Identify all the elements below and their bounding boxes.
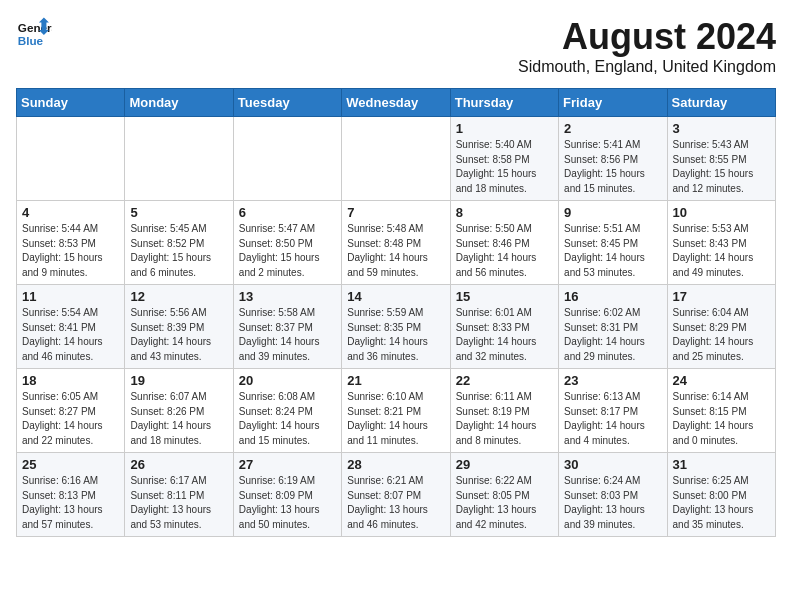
svg-text:General: General <box>18 21 52 34</box>
day-info: Sunrise: 6:14 AMSunset: 8:15 PMDaylight:… <box>673 390 770 448</box>
day-number: 13 <box>239 289 336 304</box>
day-number: 26 <box>130 457 227 472</box>
calendar-cell: 11Sunrise: 5:54 AMSunset: 8:41 PMDayligh… <box>17 285 125 369</box>
logo-icon: General Blue <box>16 16 52 52</box>
day-number: 28 <box>347 457 444 472</box>
week-row-3: 11Sunrise: 5:54 AMSunset: 8:41 PMDayligh… <box>17 285 776 369</box>
week-row-1: 1Sunrise: 5:40 AMSunset: 8:58 PMDaylight… <box>17 117 776 201</box>
day-info: Sunrise: 6:16 AMSunset: 8:13 PMDaylight:… <box>22 474 119 532</box>
calendar-subtitle: Sidmouth, England, United Kingdom <box>518 58 776 76</box>
day-number: 21 <box>347 373 444 388</box>
day-info: Sunrise: 5:47 AMSunset: 8:50 PMDaylight:… <box>239 222 336 280</box>
calendar-cell <box>342 117 450 201</box>
week-row-4: 18Sunrise: 6:05 AMSunset: 8:27 PMDayligh… <box>17 369 776 453</box>
calendar-header-row: SundayMondayTuesdayWednesdayThursdayFrid… <box>17 89 776 117</box>
day-info: Sunrise: 5:56 AMSunset: 8:39 PMDaylight:… <box>130 306 227 364</box>
day-number: 19 <box>130 373 227 388</box>
day-info: Sunrise: 6:21 AMSunset: 8:07 PMDaylight:… <box>347 474 444 532</box>
calendar-cell: 9Sunrise: 5:51 AMSunset: 8:45 PMDaylight… <box>559 201 667 285</box>
day-info: Sunrise: 6:07 AMSunset: 8:26 PMDaylight:… <box>130 390 227 448</box>
calendar-cell: 27Sunrise: 6:19 AMSunset: 8:09 PMDayligh… <box>233 453 341 537</box>
calendar-cell: 20Sunrise: 6:08 AMSunset: 8:24 PMDayligh… <box>233 369 341 453</box>
day-info: Sunrise: 5:50 AMSunset: 8:46 PMDaylight:… <box>456 222 553 280</box>
calendar-cell: 7Sunrise: 5:48 AMSunset: 8:48 PMDaylight… <box>342 201 450 285</box>
day-number: 23 <box>564 373 661 388</box>
calendar-cell: 6Sunrise: 5:47 AMSunset: 8:50 PMDaylight… <box>233 201 341 285</box>
calendar-cell: 28Sunrise: 6:21 AMSunset: 8:07 PMDayligh… <box>342 453 450 537</box>
day-number: 29 <box>456 457 553 472</box>
header-tuesday: Tuesday <box>233 89 341 117</box>
calendar-cell: 25Sunrise: 6:16 AMSunset: 8:13 PMDayligh… <box>17 453 125 537</box>
calendar-cell <box>17 117 125 201</box>
header-friday: Friday <box>559 89 667 117</box>
day-number: 15 <box>456 289 553 304</box>
day-info: Sunrise: 5:54 AMSunset: 8:41 PMDaylight:… <box>22 306 119 364</box>
calendar-table: SundayMondayTuesdayWednesdayThursdayFrid… <box>16 88 776 537</box>
day-number: 4 <box>22 205 119 220</box>
day-number: 14 <box>347 289 444 304</box>
day-number: 20 <box>239 373 336 388</box>
day-info: Sunrise: 6:02 AMSunset: 8:31 PMDaylight:… <box>564 306 661 364</box>
calendar-cell: 13Sunrise: 5:58 AMSunset: 8:37 PMDayligh… <box>233 285 341 369</box>
calendar-cell: 26Sunrise: 6:17 AMSunset: 8:11 PMDayligh… <box>125 453 233 537</box>
day-number: 18 <box>22 373 119 388</box>
day-info: Sunrise: 5:41 AMSunset: 8:56 PMDaylight:… <box>564 138 661 196</box>
svg-text:Blue: Blue <box>18 34 44 47</box>
day-info: Sunrise: 5:51 AMSunset: 8:45 PMDaylight:… <box>564 222 661 280</box>
calendar-cell <box>125 117 233 201</box>
header-saturday: Saturday <box>667 89 775 117</box>
day-number: 6 <box>239 205 336 220</box>
calendar-cell: 19Sunrise: 6:07 AMSunset: 8:26 PMDayligh… <box>125 369 233 453</box>
day-info: Sunrise: 6:11 AMSunset: 8:19 PMDaylight:… <box>456 390 553 448</box>
calendar-cell: 31Sunrise: 6:25 AMSunset: 8:00 PMDayligh… <box>667 453 775 537</box>
day-number: 31 <box>673 457 770 472</box>
day-info: Sunrise: 6:19 AMSunset: 8:09 PMDaylight:… <box>239 474 336 532</box>
calendar-cell: 21Sunrise: 6:10 AMSunset: 8:21 PMDayligh… <box>342 369 450 453</box>
day-info: Sunrise: 6:17 AMSunset: 8:11 PMDaylight:… <box>130 474 227 532</box>
header-monday: Monday <box>125 89 233 117</box>
calendar-cell: 10Sunrise: 5:53 AMSunset: 8:43 PMDayligh… <box>667 201 775 285</box>
day-info: Sunrise: 5:58 AMSunset: 8:37 PMDaylight:… <box>239 306 336 364</box>
calendar-cell: 17Sunrise: 6:04 AMSunset: 8:29 PMDayligh… <box>667 285 775 369</box>
header: General Blue August 2024 Sidmouth, Engla… <box>16 16 776 76</box>
calendar-cell: 12Sunrise: 5:56 AMSunset: 8:39 PMDayligh… <box>125 285 233 369</box>
day-number: 7 <box>347 205 444 220</box>
day-info: Sunrise: 6:13 AMSunset: 8:17 PMDaylight:… <box>564 390 661 448</box>
day-info: Sunrise: 5:43 AMSunset: 8:55 PMDaylight:… <box>673 138 770 196</box>
day-number: 3 <box>673 121 770 136</box>
calendar-cell: 14Sunrise: 5:59 AMSunset: 8:35 PMDayligh… <box>342 285 450 369</box>
day-info: Sunrise: 6:10 AMSunset: 8:21 PMDaylight:… <box>347 390 444 448</box>
day-number: 12 <box>130 289 227 304</box>
calendar-cell: 24Sunrise: 6:14 AMSunset: 8:15 PMDayligh… <box>667 369 775 453</box>
day-number: 25 <box>22 457 119 472</box>
day-number: 17 <box>673 289 770 304</box>
calendar-cell: 15Sunrise: 6:01 AMSunset: 8:33 PMDayligh… <box>450 285 558 369</box>
day-info: Sunrise: 6:08 AMSunset: 8:24 PMDaylight:… <box>239 390 336 448</box>
calendar-cell: 29Sunrise: 6:22 AMSunset: 8:05 PMDayligh… <box>450 453 558 537</box>
day-number: 16 <box>564 289 661 304</box>
calendar-cell: 30Sunrise: 6:24 AMSunset: 8:03 PMDayligh… <box>559 453 667 537</box>
day-number: 9 <box>564 205 661 220</box>
day-number: 10 <box>673 205 770 220</box>
week-row-2: 4Sunrise: 5:44 AMSunset: 8:53 PMDaylight… <box>17 201 776 285</box>
calendar-cell <box>233 117 341 201</box>
day-number: 24 <box>673 373 770 388</box>
day-info: Sunrise: 5:40 AMSunset: 8:58 PMDaylight:… <box>456 138 553 196</box>
calendar-title: August 2024 <box>518 16 776 58</box>
day-info: Sunrise: 6:22 AMSunset: 8:05 PMDaylight:… <box>456 474 553 532</box>
day-number: 11 <box>22 289 119 304</box>
day-info: Sunrise: 6:25 AMSunset: 8:00 PMDaylight:… <box>673 474 770 532</box>
calendar-cell: 4Sunrise: 5:44 AMSunset: 8:53 PMDaylight… <box>17 201 125 285</box>
header-wednesday: Wednesday <box>342 89 450 117</box>
calendar-cell: 16Sunrise: 6:02 AMSunset: 8:31 PMDayligh… <box>559 285 667 369</box>
day-info: Sunrise: 6:24 AMSunset: 8:03 PMDaylight:… <box>564 474 661 532</box>
title-area: August 2024 Sidmouth, England, United Ki… <box>518 16 776 76</box>
calendar-cell: 1Sunrise: 5:40 AMSunset: 8:58 PMDaylight… <box>450 117 558 201</box>
calendar-cell: 3Sunrise: 5:43 AMSunset: 8:55 PMDaylight… <box>667 117 775 201</box>
day-number: 5 <box>130 205 227 220</box>
day-number: 27 <box>239 457 336 472</box>
day-info: Sunrise: 5:48 AMSunset: 8:48 PMDaylight:… <box>347 222 444 280</box>
day-info: Sunrise: 5:44 AMSunset: 8:53 PMDaylight:… <box>22 222 119 280</box>
header-thursday: Thursday <box>450 89 558 117</box>
day-number: 1 <box>456 121 553 136</box>
